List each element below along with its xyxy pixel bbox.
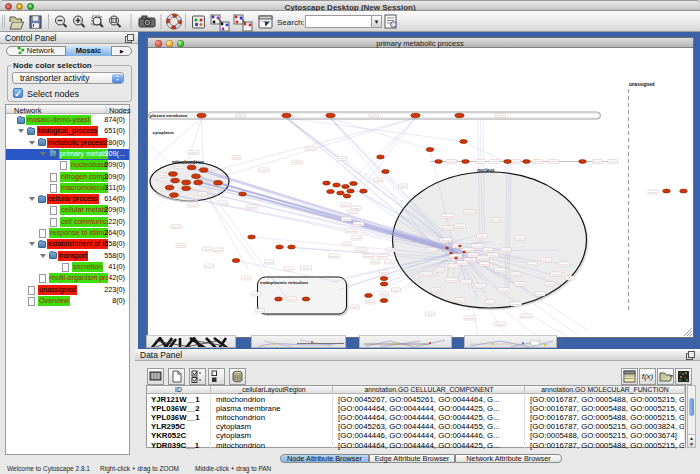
svg-text:endoplasmic reticulum: endoplasmic reticulum [260, 280, 308, 285]
svg-text:plasma membrane: plasma membrane [150, 113, 188, 118]
svg-text:unassigned: unassigned [629, 82, 655, 87]
svg-text:nucleus: nucleus [477, 168, 495, 173]
svg-text:cytoplasm: cytoplasm [152, 130, 173, 135]
